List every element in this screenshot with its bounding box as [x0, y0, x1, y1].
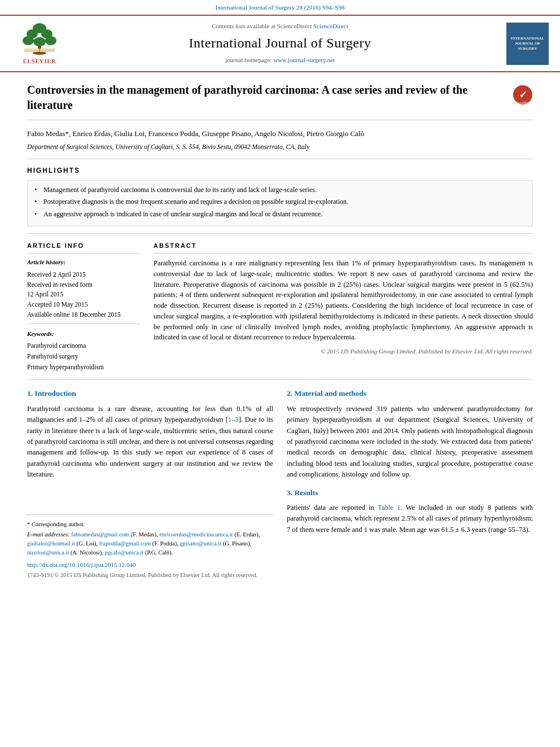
- highlights-section: HIGHLIGHTS • Management of parathyroid c…: [27, 166, 533, 234]
- keywords-label: Keywords:: [27, 330, 140, 339]
- authors: Fabio Medas*, Enrico Erdas, Giulia Loi, …: [27, 128, 533, 139]
- email-label: E-mail addresses:: [27, 531, 70, 538]
- info-abstract-section: ARTICLE INFO Article history: Received 2…: [27, 242, 533, 380]
- svg-point-5: [33, 37, 46, 46]
- highlight-item-3: • An aggressive approach is indicated in…: [34, 209, 526, 219]
- article-title: Controversies in the management of parat…: [27, 82, 504, 113]
- sciencedirect-anchor[interactable]: ScienceDirect: [313, 23, 348, 29]
- email-podda[interactable]: frapodda@gmail.com: [99, 540, 151, 547]
- section3-heading-text: 3. Results: [287, 488, 318, 497]
- corresponding-author-note: * Corresponding author.: [27, 520, 273, 529]
- sciencedirect-link: Contents lists available at ScienceDirec…: [75, 22, 485, 31]
- highlights-title: HIGHLIGHTS: [27, 166, 533, 176]
- section3-heading: 3. Results: [287, 487, 533, 499]
- body-two-col: 1. Introduction Parathyroid carcinoma is…: [27, 388, 533, 579]
- main-content: Controversies in the management of parat…: [0, 72, 560, 589]
- abstract-section: ABSTRACT Parathyroid carcinoma is a rare…: [154, 242, 533, 373]
- elsevier-tree-icon: [20, 21, 59, 55]
- section1-heading-text: 1. Introduction: [27, 389, 76, 397]
- section1-text: Parathyroid carcinoma is a rare disease,…: [27, 404, 273, 480]
- section1-heading: 1. Introduction: [27, 388, 273, 399]
- section2-heading: 2. Material and methods: [287, 388, 533, 399]
- section2-text: We retrospectively reviewed 319 patients…: [287, 404, 533, 480]
- journal-title-area: Contents lists available at ScienceDirec…: [75, 22, 485, 65]
- table1-link[interactable]: Table 1: [378, 504, 400, 512]
- svg-point-6: [45, 36, 56, 45]
- highlight-bullet-2: •: [34, 197, 40, 207]
- elsevier-text: ELSEVIER: [23, 58, 56, 66]
- revised-date: 12 April 2015: [27, 290, 140, 299]
- journal-homepage: journal homepage: www.journal-surgery.ne…: [75, 56, 485, 65]
- abstract-copyright: © 2015 IJS Publishing Group Limited. Pub…: [154, 347, 533, 356]
- article-title-section: Controversies in the management of parat…: [27, 82, 533, 120]
- highlight-bullet-1: •: [34, 185, 40, 195]
- highlights-box: • Management of parathyroid carcinoma is…: [27, 180, 533, 226]
- email-addresses: E-mail addresses: fabiomedas@gmail.com (…: [27, 530, 273, 557]
- highlight-item-1: • Management of parathyroid carcinoma is…: [34, 185, 526, 195]
- elsevier-logo-area: ELSEVIER: [11, 21, 68, 66]
- svg-text:CrossMark: CrossMark: [516, 101, 530, 104]
- crossmark-icon: ✓ CrossMark: [513, 85, 533, 105]
- footnotes-area: * Corresponding author. E-mail addresses…: [27, 514, 273, 580]
- body-left-col: 1. Introduction Parathyroid carcinoma is…: [27, 388, 273, 579]
- email-erdas[interactable]: enricoerdas@medicina.unica.it: [159, 531, 233, 538]
- received-date: Received 2 April 2015: [27, 270, 140, 279]
- crossmark-logo: ✓ CrossMark: [513, 85, 533, 105]
- article-info: ARTICLE INFO Article history: Received 2…: [27, 242, 140, 373]
- abstract-title: ABSTRACT: [154, 242, 533, 254]
- email-pisano[interactable]: gpisano@unica.it: [180, 540, 222, 547]
- svg-text:✓: ✓: [519, 89, 527, 101]
- footer-copyright: 1743-9191/© 2015 IJS Publishing Group Li…: [27, 571, 273, 579]
- section2-heading-text: 2. Material and methods: [287, 389, 366, 397]
- available-date: Available online 18 December 2015: [27, 310, 140, 320]
- keyword-2: Parathyroid surgery: [27, 352, 140, 361]
- journal-homepage-link[interactable]: www.journal-surgery.net: [273, 56, 335, 63]
- svg-point-4: [23, 36, 34, 45]
- top-bar: International Journal of Surgery 28 (201…: [0, 0, 560, 16]
- abstract-text: Parathyroid carcinoma is a rare malignan…: [154, 258, 533, 343]
- doi-link[interactable]: http://dx.doi.org/10.1016/j.ijsu.2015.12…: [27, 561, 273, 570]
- section3-text: Patients' data are reported in Table 1. …: [287, 503, 533, 535]
- accepted-date: Accepted 10 May 2015: [27, 300, 140, 309]
- keyword-3: Primary hyperparathyroidism: [27, 362, 140, 372]
- email-medas[interactable]: fabiomedas@gmail.com: [71, 531, 129, 538]
- ref-link-1[interactable]: 1–3: [228, 416, 239, 423]
- email-nicolosi[interactable]: nicolosi@unica.it: [27, 549, 69, 556]
- article-info-title: ARTICLE INFO: [27, 242, 140, 254]
- journal-header: ELSEVIER Contents lists available at Sci…: [0, 16, 560, 73]
- affiliation: Department of Surgical Sciences, Univers…: [27, 142, 533, 159]
- journal-cover-area: INTERNATIONAL JOURNAL OF SURGERY: [492, 23, 549, 65]
- received-revised-label: Received in revised form: [27, 280, 140, 290]
- history-label: Article history:: [27, 258, 140, 267]
- keyword-1: Parathyroid carcinoma: [27, 341, 140, 351]
- info-divider: [27, 324, 140, 324]
- highlight-item-2: • Postoperative diagnosis is the most fr…: [34, 197, 526, 207]
- journal-cover-image: INTERNATIONAL JOURNAL OF SURGERY: [506, 23, 549, 65]
- body-right-col: 2. Material and methods We retrospective…: [287, 388, 533, 579]
- journal-title: International Journal of Surgery: [75, 33, 485, 53]
- email-calo[interactable]: pgcalo@unica.it: [104, 549, 143, 556]
- highlight-bullet-3: •: [34, 209, 40, 219]
- email-loi[interactable]: giulialoi@hotmail.it: [27, 540, 75, 547]
- journal-citation: International Journal of Surgery 28 (201…: [216, 4, 345, 11]
- footnote-divider: [27, 514, 273, 516]
- elsevier-logo: ELSEVIER: [11, 21, 68, 66]
